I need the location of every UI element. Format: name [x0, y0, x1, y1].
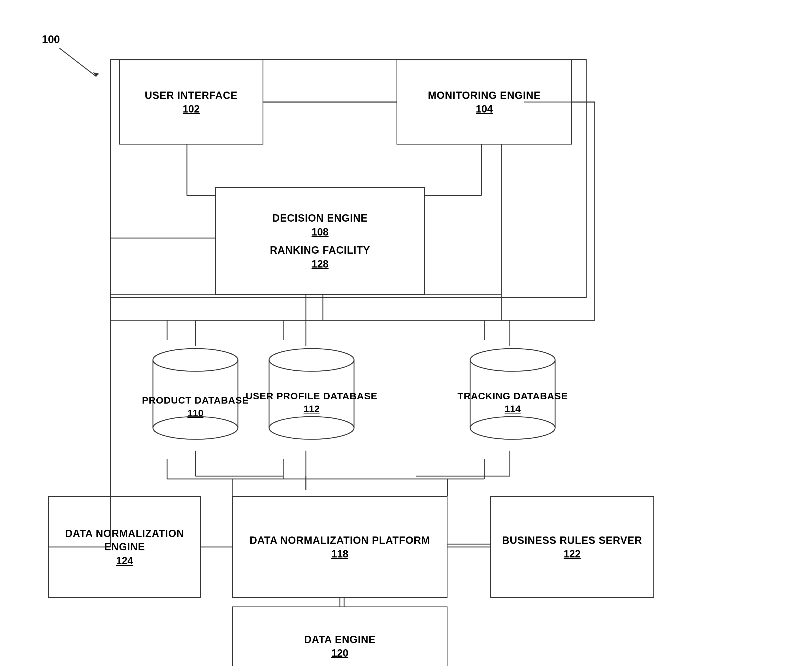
svg-point-38 — [470, 349, 555, 371]
tracking-db-id: 114 — [457, 403, 568, 414]
data-normalization-engine-box: DATA NORMALIZATION ENGINE 124 — [48, 496, 201, 598]
business-rules-server-id: 122 — [564, 548, 580, 560]
ref-arrow — [51, 45, 108, 88]
monitoring-engine-label: MONITORING ENGINE — [428, 89, 541, 102]
ranking-facility-label: RANKING FACILITY — [270, 244, 370, 257]
user-profile-db-label: USER PROFILE DATABASE — [245, 390, 378, 402]
data-engine-box: DATA ENGINE 120 — [232, 607, 447, 666]
data-normalization-platform-id: 118 — [331, 548, 348, 560]
decision-engine-box: DECISION ENGINE 108 RANKING FACILITY 128 — [215, 187, 425, 295]
decision-engine-id: 108 — [312, 226, 329, 238]
business-rules-server-box: BUSINESS RULES SERVER 122 — [490, 496, 654, 598]
reference-number: 100 — [42, 33, 60, 46]
data-engine-label: DATA ENGINE — [304, 633, 376, 646]
data-normalization-platform-box: DATA NORMALIZATION PLATFORM 118 — [232, 496, 447, 598]
data-normalization-platform-label: DATA NORMALIZATION PLATFORM — [250, 534, 430, 547]
ranking-facility-id: 128 — [312, 258, 329, 270]
user-interface-id: 102 — [182, 103, 200, 115]
svg-line-29 — [59, 48, 96, 76]
monitoring-engine-box: MONITORING ENGINE 104 — [396, 59, 572, 145]
svg-point-35 — [269, 349, 354, 371]
diagram: 100 USER INTERFACE 102 MONITORING ENGINE… — [0, 0, 812, 666]
product-db-label: PRODUCT DATABASE — [142, 394, 249, 406]
business-rules-server-label: BUSINESS RULES SERVER — [502, 534, 642, 547]
user-profile-db-id: 112 — [245, 403, 378, 414]
tracking-database: TRACKING DATABASE 114 — [439, 340, 586, 459]
data-normalization-engine-id: 124 — [116, 555, 133, 567]
user-interface-box: USER INTERFACE 102 — [119, 59, 263, 145]
svg-point-36 — [269, 417, 354, 439]
user-interface-label: USER INTERFACE — [145, 89, 238, 102]
svg-point-33 — [153, 417, 238, 439]
monitoring-engine-id: 104 — [476, 103, 493, 115]
data-engine-id: 120 — [331, 647, 348, 659]
data-normalization-engine-label: DATA NORMALIZATION ENGINE — [49, 527, 200, 554]
user-profile-database: USER PROFILE DATABASE 112 — [238, 340, 385, 459]
decision-engine-label: DECISION ENGINE — [272, 212, 368, 225]
svg-point-39 — [470, 417, 555, 439]
tracking-db-label: TRACKING DATABASE — [457, 390, 568, 402]
product-db-id: 110 — [142, 407, 249, 419]
svg-point-32 — [153, 349, 238, 371]
